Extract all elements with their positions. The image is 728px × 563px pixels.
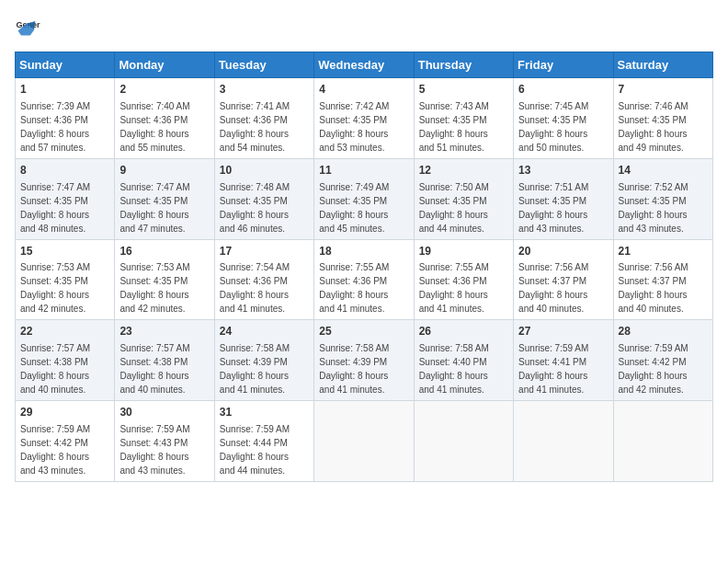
- day-info: Sunrise: 7:42 AMSunset: 4:35 PMDaylight:…: [319, 101, 389, 153]
- day-number: 29: [20, 405, 109, 420]
- day-cell-19: 19 Sunrise: 7:55 AMSunset: 4:36 PMDaylig…: [414, 239, 513, 320]
- day-info: Sunrise: 7:55 AMSunset: 4:36 PMDaylight:…: [419, 262, 489, 314]
- day-cell-13: 13 Sunrise: 7:51 AMSunset: 4:35 PMDaylig…: [514, 158, 613, 239]
- day-number: 23: [119, 324, 209, 339]
- day-info: Sunrise: 7:47 AMSunset: 4:35 PMDaylight:…: [119, 182, 189, 234]
- day-cell-15: 15 Sunrise: 7:53 AMSunset: 4:35 PMDaylig…: [16, 239, 115, 320]
- day-number: 18: [319, 244, 408, 259]
- day-number: 17: [220, 244, 309, 259]
- day-cell-21: 21 Sunrise: 7:56 AMSunset: 4:37 PMDaylig…: [613, 239, 712, 320]
- day-number: 2: [119, 82, 209, 98]
- day-number: 24: [220, 324, 309, 339]
- day-number: 14: [619, 163, 708, 178]
- day-cell-22: 22 Sunrise: 7:57 AMSunset: 4:38 PMDaylig…: [16, 320, 115, 401]
- day-cell-12: 12 Sunrise: 7:50 AMSunset: 4:35 PMDaylig…: [414, 158, 513, 239]
- day-number: 20: [518, 244, 608, 259]
- week-row-1: 1 Sunrise: 7:39 AMSunset: 4:36 PMDayligh…: [16, 78, 713, 159]
- calendar-table: SundayMondayTuesdayWednesdayThursdayFrid…: [15, 52, 713, 482]
- day-info: Sunrise: 7:48 AMSunset: 4:35 PMDaylight:…: [220, 182, 290, 234]
- day-cell-10: 10 Sunrise: 7:48 AMSunset: 4:35 PMDaylig…: [214, 158, 313, 239]
- day-number: 6: [518, 82, 608, 98]
- day-number: 21: [619, 244, 708, 259]
- day-info: Sunrise: 7:46 AMSunset: 4:35 PMDaylight:…: [619, 101, 688, 153]
- day-info: Sunrise: 7:53 AMSunset: 4:35 PMDaylight:…: [20, 262, 90, 314]
- day-info: Sunrise: 7:47 AMSunset: 4:35 PMDaylight:…: [20, 182, 90, 234]
- day-info: Sunrise: 7:54 AMSunset: 4:36 PMDaylight:…: [220, 262, 290, 314]
- day-info: Sunrise: 7:45 AMSunset: 4:35 PMDaylight:…: [518, 101, 588, 153]
- day-info: Sunrise: 7:52 AMSunset: 4:35 PMDaylight:…: [619, 182, 688, 234]
- day-number: 19: [419, 244, 508, 259]
- day-number: 13: [518, 163, 608, 178]
- day-cell-18: 18 Sunrise: 7:55 AMSunset: 4:36 PMDaylig…: [314, 239, 414, 320]
- day-number: 30: [119, 405, 209, 420]
- day-number: 15: [20, 244, 109, 259]
- day-info: Sunrise: 7:53 AMSunset: 4:35 PMDaylight:…: [119, 262, 189, 314]
- day-info: Sunrise: 7:57 AMSunset: 4:38 PMDaylight:…: [20, 343, 90, 395]
- day-info: Sunrise: 7:59 AMSunset: 4:42 PMDaylight:…: [619, 343, 688, 395]
- day-info: Sunrise: 7:58 AMSunset: 4:39 PMDaylight:…: [319, 343, 389, 395]
- day-number: 10: [220, 163, 309, 178]
- day-cell-2: 2 Sunrise: 7:40 AMSunset: 4:36 PMDayligh…: [115, 78, 214, 159]
- day-number: 5: [419, 82, 508, 98]
- day-cell-20: 20 Sunrise: 7:56 AMSunset: 4:37 PMDaylig…: [514, 239, 613, 320]
- day-info: Sunrise: 7:59 AMSunset: 4:44 PMDaylight:…: [220, 424, 290, 476]
- logo: General: [15, 15, 44, 40]
- day-number: 7: [619, 82, 708, 98]
- day-cell-16: 16 Sunrise: 7:53 AMSunset: 4:35 PMDaylig…: [115, 239, 214, 320]
- day-info: Sunrise: 7:41 AMSunset: 4:36 PMDaylight:…: [220, 101, 290, 153]
- day-cell-30: 30 Sunrise: 7:59 AMSunset: 4:43 PMDaylig…: [115, 401, 214, 482]
- day-cell-6: 6 Sunrise: 7:45 AMSunset: 4:35 PMDayligh…: [514, 78, 613, 159]
- day-number: 31: [220, 405, 309, 420]
- day-info: Sunrise: 7:59 AMSunset: 4:43 PMDaylight:…: [119, 424, 189, 476]
- day-cell-9: 9 Sunrise: 7:47 AMSunset: 4:35 PMDayligh…: [115, 158, 214, 239]
- empty-cell: [613, 401, 712, 482]
- day-cell-29: 29 Sunrise: 7:59 AMSunset: 4:42 PMDaylig…: [16, 401, 115, 482]
- empty-cell: [314, 401, 414, 482]
- day-number: 1: [20, 82, 109, 98]
- day-info: Sunrise: 7:59 AMSunset: 4:41 PMDaylight:…: [518, 343, 588, 395]
- day-cell-28: 28 Sunrise: 7:59 AMSunset: 4:42 PMDaylig…: [613, 320, 712, 401]
- day-number: 28: [619, 324, 708, 339]
- day-info: Sunrise: 7:43 AMSunset: 4:35 PMDaylight:…: [419, 101, 489, 153]
- day-cell-24: 24 Sunrise: 7:58 AMSunset: 4:39 PMDaylig…: [214, 320, 313, 401]
- day-cell-23: 23 Sunrise: 7:57 AMSunset: 4:38 PMDaylig…: [115, 320, 214, 401]
- weekday-header-wednesday: Wednesday: [314, 52, 414, 78]
- day-cell-17: 17 Sunrise: 7:54 AMSunset: 4:36 PMDaylig…: [214, 239, 313, 320]
- day-cell-5: 5 Sunrise: 7:43 AMSunset: 4:35 PMDayligh…: [414, 78, 513, 159]
- day-info: Sunrise: 7:56 AMSunset: 4:37 PMDaylight:…: [518, 262, 588, 314]
- day-cell-4: 4 Sunrise: 7:42 AMSunset: 4:35 PMDayligh…: [314, 78, 414, 159]
- day-info: Sunrise: 7:55 AMSunset: 4:36 PMDaylight:…: [319, 262, 389, 314]
- day-info: Sunrise: 7:39 AMSunset: 4:36 PMDaylight:…: [20, 101, 90, 153]
- day-info: Sunrise: 7:58 AMSunset: 4:40 PMDaylight:…: [419, 343, 489, 395]
- day-info: Sunrise: 7:40 AMSunset: 4:36 PMDaylight:…: [119, 101, 189, 153]
- day-cell-27: 27 Sunrise: 7:59 AMSunset: 4:41 PMDaylig…: [514, 320, 613, 401]
- day-cell-7: 7 Sunrise: 7:46 AMSunset: 4:35 PMDayligh…: [613, 78, 712, 159]
- day-info: Sunrise: 7:59 AMSunset: 4:42 PMDaylight:…: [20, 424, 90, 476]
- day-cell-3: 3 Sunrise: 7:41 AMSunset: 4:36 PMDayligh…: [214, 78, 313, 159]
- weekday-header-tuesday: Tuesday: [214, 52, 313, 78]
- logo-icon: General: [15, 15, 40, 40]
- day-number: 25: [319, 324, 408, 339]
- day-number: 9: [119, 163, 209, 178]
- day-number: 4: [319, 82, 408, 98]
- day-cell-26: 26 Sunrise: 7:58 AMSunset: 4:40 PMDaylig…: [414, 320, 513, 401]
- day-cell-1: 1 Sunrise: 7:39 AMSunset: 4:36 PMDayligh…: [16, 78, 115, 159]
- day-cell-14: 14 Sunrise: 7:52 AMSunset: 4:35 PMDaylig…: [613, 158, 712, 239]
- week-row-4: 22 Sunrise: 7:57 AMSunset: 4:38 PMDaylig…: [16, 320, 713, 401]
- day-number: 3: [220, 82, 309, 98]
- day-info: Sunrise: 7:50 AMSunset: 4:35 PMDaylight:…: [419, 182, 489, 234]
- empty-cell: [514, 401, 613, 482]
- day-cell-8: 8 Sunrise: 7:47 AMSunset: 4:35 PMDayligh…: [16, 158, 115, 239]
- day-number: 26: [419, 324, 508, 339]
- week-row-2: 8 Sunrise: 7:47 AMSunset: 4:35 PMDayligh…: [16, 158, 713, 239]
- day-info: Sunrise: 7:56 AMSunset: 4:37 PMDaylight:…: [619, 262, 688, 314]
- day-number: 27: [518, 324, 608, 339]
- day-cell-11: 11 Sunrise: 7:49 AMSunset: 4:35 PMDaylig…: [314, 158, 414, 239]
- day-number: 11: [319, 163, 408, 178]
- day-number: 16: [119, 244, 209, 259]
- empty-cell: [414, 401, 513, 482]
- weekday-header-monday: Monday: [115, 52, 214, 78]
- day-info: Sunrise: 7:57 AMSunset: 4:38 PMDaylight:…: [119, 343, 189, 395]
- weekday-header-friday: Friday: [514, 52, 613, 78]
- day-number: 8: [20, 163, 109, 178]
